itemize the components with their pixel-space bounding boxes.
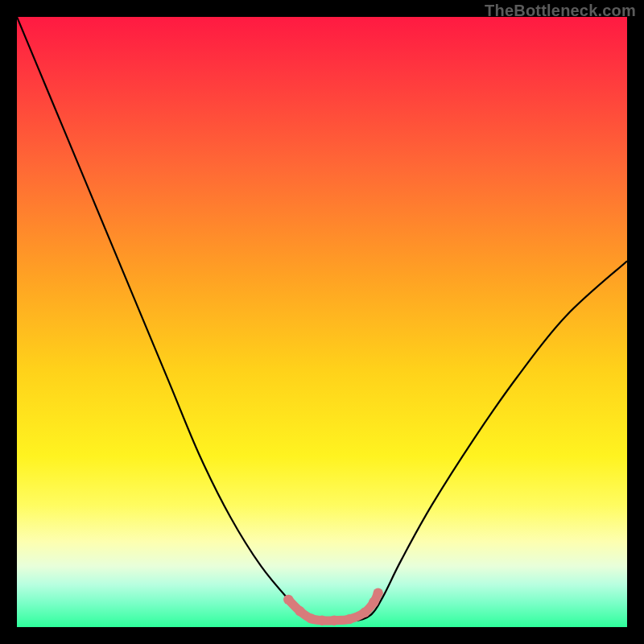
plot-area (17, 17, 627, 627)
marker-dot (329, 616, 339, 625)
marker-dot (295, 606, 305, 616)
marker-dot (369, 597, 378, 607)
marker-dot (345, 614, 354, 624)
watermark-text: TheBottleneck.com (485, 2, 636, 20)
chart-svg (17, 17, 627, 627)
marker-dot (374, 588, 383, 597)
marker-dot (283, 595, 293, 605)
bottleneck-curve (17, 17, 627, 622)
marker-dot (317, 616, 327, 625)
marker-dot (306, 613, 316, 623)
marker-dots (283, 588, 383, 625)
marker-dot (360, 608, 369, 617)
